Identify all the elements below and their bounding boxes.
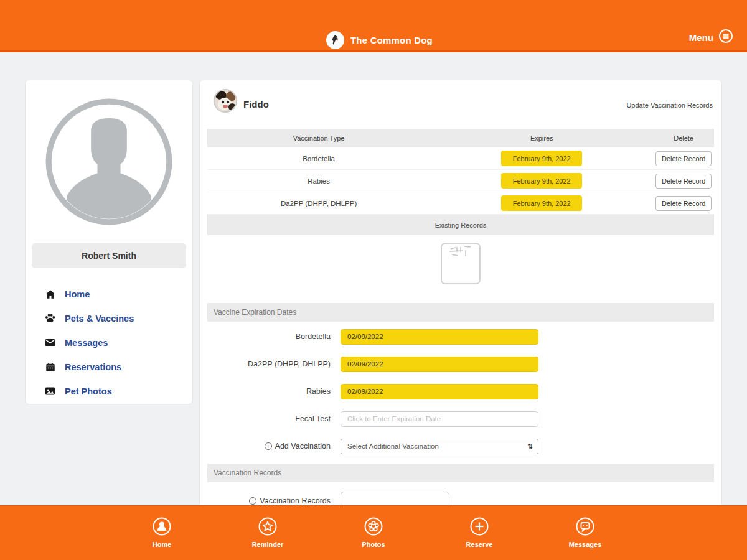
vaccination-records-label: i Vaccination Records — [200, 497, 331, 505]
bottomnav-photos[interactable]: Photos — [349, 516, 398, 548]
da2pp-date-input[interactable] — [341, 357, 538, 372]
table-row: Rabies February 9th, 2022 Delete Record — [207, 170, 714, 192]
select-value: Select Additional Vaccination — [347, 442, 439, 450]
person-silhouette-placeholder — [45, 98, 173, 226]
bottomnav-label: Reserve — [466, 541, 493, 548]
select-arrows-icon: ⇅ — [527, 442, 533, 450]
bottomnav-label: Home — [153, 541, 172, 548]
sidebar-item-messages[interactable]: Messages — [26, 330, 192, 355]
update-vaccination-records-link[interactable]: Update Vaccination Records — [626, 101, 713, 109]
delete-record-button[interactable]: Delete Record — [655, 196, 712, 211]
vaccination-records-section-header: Vaccination Records — [207, 464, 714, 482]
paw-icon — [44, 312, 56, 324]
sidebar-item-reservations[interactable]: Reservations — [26, 355, 192, 379]
form-row-rabies: Rabies — [200, 378, 721, 405]
pet-name: Fiddo — [243, 99, 269, 110]
additional-vaccination-select[interactable]: Select Additional Vaccination ⇅ — [341, 439, 538, 454]
bottomnav-label: Messages — [569, 541, 602, 548]
table-row: Bordetella February 9th, 2022 Delete Rec… — [207, 147, 714, 170]
vaccination-records-upload-field[interactable] — [341, 492, 449, 505]
pet-header: Fiddo Update Vaccination Records — [200, 80, 721, 129]
bottom-navigation-bar: Home Reminder Ph — [0, 505, 747, 560]
fecal-test-date-input[interactable] — [341, 411, 538, 427]
calendar-icon — [44, 361, 56, 373]
dog-logo-icon — [326, 31, 344, 49]
sidebar-item-label: Reservations — [65, 362, 121, 372]
delete-record-button[interactable]: Delete Record — [655, 174, 712, 189]
chat-circle-icon — [575, 516, 595, 539]
form-row-add-vaccination: i Add Vaccination Select Additional Vacc… — [200, 432, 721, 460]
sidebar-nav: Home Pets & Vaccines Messages — [26, 282, 192, 403]
flower-circle-icon — [364, 516, 383, 539]
sidebar-item-label: Messages — [65, 338, 108, 348]
profile-sidebar: Robert Smith Home Pets & Vaccines — [25, 80, 193, 404]
menu-label: Menu — [689, 32, 713, 43]
star-circle-icon — [258, 516, 278, 539]
bottomnav-label: Reminder — [252, 541, 284, 548]
table-row: Da2PP (DHPP, DHLPP) February 9th, 2022 D… — [207, 192, 714, 215]
form-row-da2pp: Da2PP (DHPP, DHLPP) — [200, 350, 721, 378]
bottomnav-reminder[interactable]: Reminder — [243, 516, 293, 548]
existing-records-bar: Existing Records — [207, 215, 714, 235]
sidebar-item-pet-photos[interactable]: Pet Photos — [26, 379, 192, 403]
info-icon: i — [249, 497, 256, 505]
expires-date-button[interactable]: February 9th, 2022 — [501, 173, 582, 189]
sidebar-item-label: Pet Photos — [65, 386, 112, 396]
photo-icon — [44, 385, 56, 397]
vaccination-type-cell: Da2PP (DHPP, DHLPP) — [207, 200, 430, 207]
vaccination-type-cell: Bordetella — [207, 155, 430, 162]
bordetella-label: Bordetella — [200, 332, 331, 341]
add-vaccination-label: i Add Vaccination — [200, 442, 331, 450]
hamburger-circle-icon — [718, 29, 733, 46]
bottomnav-reserve[interactable]: Reserve — [454, 516, 504, 548]
form-row-bordetella: Bordetella — [200, 323, 721, 350]
col-header-delete: Delete — [653, 134, 714, 142]
info-icon: i — [265, 442, 272, 450]
bordetella-date-input[interactable] — [341, 329, 538, 345]
sidebar-item-label: Pets & Vaccines — [65, 314, 134, 324]
sidebar-item-label: Home — [65, 289, 90, 299]
vaccine-expiration-dates-section-header: Vaccine Expiration Dates — [207, 303, 714, 322]
person-circle-icon — [152, 516, 172, 539]
app-header: The Common Dog Menu — [0, 0, 747, 52]
expires-date-button[interactable]: February 9th, 2022 — [501, 151, 582, 166]
menu-button[interactable]: Menu — [689, 29, 733, 46]
brand: The Common Dog — [326, 31, 433, 49]
vaccination-record-document-thumbnail[interactable] — [441, 243, 481, 284]
form-row-vaccination-records: i Vaccination Records — [200, 482, 721, 505]
bottomnav-home[interactable]: Home — [137, 516, 187, 548]
col-header-vaccination-type: Vaccination Type — [207, 134, 430, 142]
vaccination-type-cell: Rabies — [207, 177, 430, 185]
fecal-test-label: Fecal Test — [200, 414, 331, 423]
dog-photo-avatar — [214, 89, 237, 113]
app-title: The Common Dog — [350, 35, 433, 45]
expiration-form: Bordetella Da2PP (DHPP, DHLPP) Rabies Fe… — [200, 322, 721, 460]
plus-circle-icon — [469, 516, 489, 539]
table-header-row: Vaccination Type Expires Delete — [207, 129, 714, 147]
sidebar-item-pets-vaccines[interactable]: Pets & Vaccines — [26, 306, 192, 330]
envelope-icon — [44, 337, 56, 348]
rabies-label: Rabies — [200, 387, 331, 396]
col-header-expires: Expires — [430, 134, 653, 142]
bottomnav-messages[interactable]: Messages — [560, 516, 610, 548]
existing-records-area — [200, 235, 721, 303]
da2pp-label: Da2PP (DHPP, DHLPP) — [200, 360, 331, 368]
rabies-date-input[interactable] — [341, 384, 538, 399]
home-icon — [44, 288, 56, 300]
expires-date-button[interactable]: February 9th, 2022 — [501, 195, 582, 211]
vaccination-table: Vaccination Type Expires Delete Bordetel… — [207, 129, 714, 235]
form-row-fecal-test: Fecal Test — [200, 405, 721, 432]
user-name: Robert Smith — [32, 243, 186, 268]
delete-record-button[interactable]: Delete Record — [655, 151, 712, 166]
sidebar-item-home[interactable]: Home — [26, 282, 192, 306]
bottomnav-label: Photos — [362, 541, 385, 548]
pet-vaccination-panel: Fiddo Update Vaccination Records Vaccina… — [199, 80, 722, 505]
